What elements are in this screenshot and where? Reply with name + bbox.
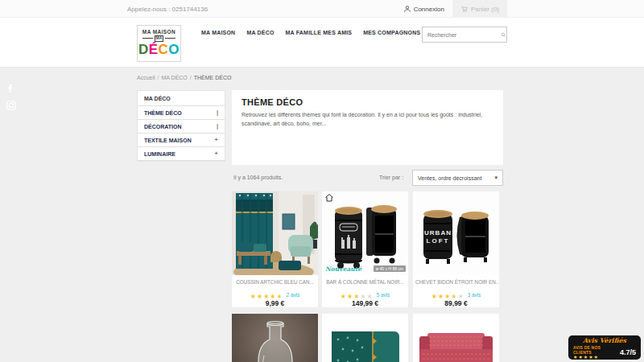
user-icon [403, 5, 411, 13]
barrel-decal-line2: LOFT [427, 237, 450, 245]
expand-toggle-icon[interactable]: + [214, 137, 218, 143]
sidebar-title[interactable]: MA DÉCO [138, 91, 225, 105]
cart-button[interactable]: Panier (0) [452, 0, 507, 18]
barrel-decal-line1: URBAN [424, 229, 452, 237]
social-bar [6, 83, 17, 111]
logo-line1: MA MAISON [138, 29, 180, 35]
breadcrumb-accueil[interactable]: Accueil [137, 75, 155, 80]
login-button[interactable]: Connexion [395, 0, 452, 18]
sort-dropdown[interactable]: Ventes, ordre décroissant ▾ [412, 170, 503, 186]
product-image[interactable] [232, 314, 318, 362]
breadcrumb-separator: / [190, 75, 192, 80]
product-name[interactable]: BAR À COLONNE MÉTAL NOIR... [322, 275, 408, 286]
chevron-down-icon: ▾ [494, 175, 497, 181]
dimensions-badge: ø 40 x H 88 cm [374, 265, 406, 272]
sort-label: Trier par : [379, 175, 403, 180]
product-price: 9,99 € [232, 299, 318, 307]
expand-toggle-icon[interactable]: + [214, 150, 218, 157]
page-title: THÈME DÉCO [242, 97, 493, 107]
house-badge-icon [324, 193, 334, 203]
product-image[interactable] [322, 314, 408, 362]
avis-stars: ★★★★★ [573, 355, 616, 360]
product-image[interactable] [232, 191, 318, 275]
reviews-link[interactable]: 2 avis [287, 292, 299, 298]
topbar: Appelez-nous : 0251744136 Connexion Pani… [0, 0, 644, 18]
product-price: 149,99 € [322, 299, 408, 307]
reviews-link[interactable]: 5 avis [377, 292, 390, 298]
cart-label: Panier (0) [471, 6, 499, 13]
avis-bottom-row: AVIS DE NOS CLIENTS ★★★★★ 4.7/5 [573, 345, 636, 360]
product-image[interactable]: URBAN LOFT [413, 191, 499, 275]
category-description: Retrouvez les différents thèmes qui font… [242, 111, 485, 129]
reviews-link[interactable]: 3 avis [468, 292, 481, 298]
logo-line2: MA [138, 35, 180, 42]
sidebar-item-label: LUMINAIRE [144, 151, 175, 157]
sort-selected-value: Ventes, ordre décroissant [418, 175, 481, 181]
search-input[interactable] [423, 32, 501, 38]
product-name[interactable]: CHEVET BIDON ÉTROIT NOIR EN... [413, 275, 499, 286]
nav-ma-deco[interactable]: MA DÉCO [246, 30, 274, 35]
category-sidebar: MA DÉCO THÈME DÉCO| DÉCORATION| TEXTILE … [137, 90, 225, 162]
cart-icon [460, 5, 469, 13]
nav-mes-compagnons[interactable]: MES COMPAGNONS [363, 30, 420, 35]
product-card[interactable] [322, 314, 408, 362]
topbar-actions: Connexion Panier (0) [395, 0, 507, 18]
nav-ma-maison[interactable]: MA MAISON [201, 30, 235, 35]
product-count: Il y a 1064 produits. [233, 175, 283, 180]
main-nav: MA MAISON MA DÉCO MA FAMILLE MES AMIS ME… [201, 30, 420, 35]
login-label: Connexion [414, 6, 444, 13]
collapse-toggle-icon[interactable]: | [217, 123, 218, 130]
breadcrumb-ma-deco[interactable]: MA DÉCO [162, 75, 188, 80]
sidebar-item-textile-maison[interactable]: TEXTILE MAISON+ [138, 133, 225, 146]
sidebar-item-theme-deco[interactable]: THÈME DÉCO| [138, 105, 225, 119]
product-image[interactable] [413, 314, 499, 362]
phone-number: Appelez-nous : 0251744136 [127, 6, 208, 13]
sidebar-item-decoration[interactable]: DÉCORATION| [138, 119, 225, 133]
breadcrumb-separator: / [158, 75, 159, 80]
breadcrumb: Accueil/MA DÉCO/THÈME DÉCO [137, 75, 231, 80]
product-card[interactable] [232, 314, 318, 362]
product-card[interactable] [413, 314, 499, 362]
breadcrumb-theme-deco: THÈME DÉCO [194, 75, 232, 80]
sidebar-item-label: THÈME DÉCO [144, 110, 182, 116]
avis-verifies-logo: Avis Vérifiés [573, 337, 636, 344]
product-price: 89,99 € [413, 299, 499, 307]
sidebar-item-label: TEXTILE MAISON [144, 138, 192, 143]
avis-score: 4.7/5 [620, 348, 636, 356]
search-box [422, 27, 507, 43]
logo-deco-word: DÉCO [138, 43, 180, 56]
header: MA MAISON MA DÉCO MA MAISON MA DÉCO MA F… [0, 18, 644, 68]
product-card[interactable]: COUSSIN ARTCHIC BLEU CAN... ★★★★★ 2 avis [232, 191, 318, 307]
sidebar-item-luminaire[interactable]: LUMINAIRE+ [138, 146, 225, 161]
avis-caption: AVIS DE NOS CLIENTS [573, 345, 616, 355]
nav-ma-famille-mes-amis[interactable]: MA FAMILLE MES AMIS [286, 30, 353, 35]
sidebar-item-label: DÉCORATION [144, 124, 182, 130]
new-badge: Nouveauté [325, 265, 361, 273]
search-icon[interactable] [501, 32, 506, 38]
product-name[interactable]: COUSSIN ARTCHIC BLEU CAN... [232, 275, 318, 286]
site-logo[interactable]: MA MAISON MA DÉCO [137, 25, 181, 62]
page: Appelez-nous : 0251744136 Connexion Pani… [0, 0, 644, 362]
category-header-card: THÈME DÉCO Retrouvez les différents thèm… [232, 90, 503, 165]
avis-verifies-widget[interactable]: Avis Vérifiés AVIS DE NOS CLIENTS ★★★★★ … [568, 335, 641, 360]
instagram-icon[interactable] [6, 100, 17, 111]
product-card[interactable]: Nouveauté ø 40 x H 88 cm BAR À COLONNE M… [322, 191, 408, 307]
facebook-icon[interactable] [6, 83, 15, 93]
product-image[interactable]: Nouveauté ø 40 x H 88 cm [322, 191, 408, 275]
collapse-toggle-icon[interactable]: | [217, 109, 218, 116]
product-card[interactable]: URBAN LOFT CHEVET BIDON ÉTROIT NOIR EN..… [413, 191, 499, 307]
